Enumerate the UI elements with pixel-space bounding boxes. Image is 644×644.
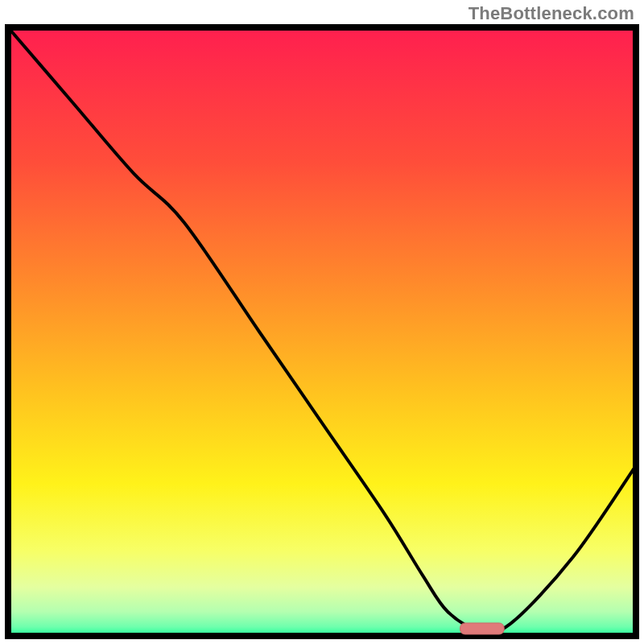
chart-svg (0, 0, 644, 644)
watermark-text: TheBottleneck.com (469, 3, 634, 24)
optimal-marker (460, 623, 505, 634)
chart-stage: TheBottleneck.com (0, 0, 644, 644)
plot-area (8, 27, 636, 636)
